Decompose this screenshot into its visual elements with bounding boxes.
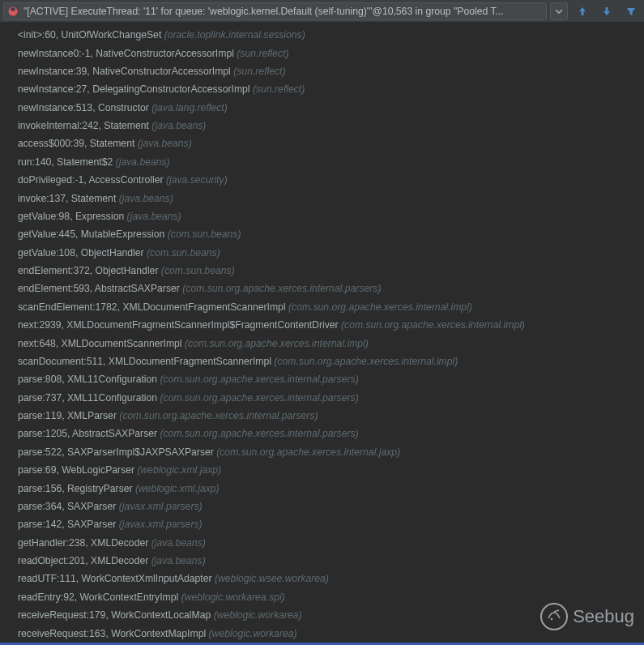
stack-frame[interactable]: <init>:60, UnitOfWorkChangeSet (oracle.t… [0,26,644,44]
stack-frame[interactable]: parse:142, SAXParser (javax.xml.parsers) [0,515,644,533]
frame-package: (weblogic.workarea.spi) [181,592,285,603]
arrow-down-icon[interactable] [597,2,616,20]
stack-frame[interactable]: parse:1205, AbstractSAXParser (com.sun.o… [0,425,644,442]
stack-frame[interactable]: readUTF:111, WorkContextXmlInputAdapter … [0,570,644,587]
frame-package: (weblogic.workarea) [209,628,297,639]
stack-frame[interactable]: parse:156, RegistryParser (weblogic.xml.… [0,479,644,497]
frame-package: (sun.reflect) [237,48,288,59]
filter-icon[interactable] [621,2,641,20]
stack-frame[interactable]: access$000:39, Statement (java.beans) [0,135,644,152]
frame-method: invoke:137, Statement [18,193,116,204]
stack-frame[interactable]: readEntry:92, WorkContextEntryImpl (webl… [0,588,644,606]
frame-package: (weblogic.wsee.workarea) [215,573,329,584]
frame-package: (javax.xml.parsers) [119,501,203,512]
stack-frame[interactable]: newInstance:513, Constructor (java.lang.… [0,99,644,117]
frame-package: (javax.xml.parsers) [119,519,203,530]
frame-method: next:648, XMLDocumentScannerImpl [18,338,182,349]
frame-package: (com.sun.org.apache.xerces.internal.impl… [274,356,458,367]
frame-method: endElement:593, AbstractSAXParser [18,283,180,294]
stack-frames-list[interactable]: <init>:60, UnitOfWorkChangeSet (oracle.t… [0,23,644,645]
stack-frame[interactable]: run:140, Statement$2 (java.beans) [0,153,644,171]
frame-method: parse:1205, AbstractSAXParser [18,428,157,439]
frame-package: (java.security) [166,174,228,186]
frame-method: parse:156, RegistryParser [18,483,133,494]
stack-frame[interactable]: next:2939, XMLDocumentFragmentScannerImp… [0,316,644,334]
frame-method: getValue:108, ObjectHandler [18,247,144,258]
stack-frame[interactable]: endElement:372, ObjectHandler (com.sun.b… [0,262,644,280]
stack-frame[interactable]: endElement:593, AbstractSAXParser (com.s… [0,280,644,297]
stack-frame[interactable]: getHandler:238, XMLDecoder (java.beans) [0,534,644,552]
frame-package: (com.sun.org.apache.xerces.internal.impl… [341,319,525,331]
frame-package: (com.sun.org.apache.xerces.internal.pars… [160,392,358,404]
frame-package: (sun.reflect) [253,83,305,95]
frame-package: (java.beans) [151,537,206,549]
stack-frame[interactable]: parse:808, XML11Configuration (com.sun.o… [0,370,644,388]
frame-method: parse:808, XML11Configuration [18,374,157,385]
stack-frame[interactable]: parse:119, XMLParser (com.sun.org.apache… [0,407,644,425]
frame-package: (com.sun.org.apache.xerces.internal.jaxp… [216,446,400,458]
frame-method: receiveRequest:163, WorkContextMapImpl [18,628,206,639]
stack-frame[interactable]: next:648, XMLDocumentScannerImpl (com.su… [0,334,644,352]
frame-package: (java.beans) [116,156,170,168]
frame-package: (com.sun.beans) [161,265,235,276]
frame-package: (java.beans) [151,555,206,566]
frame-package: (com.sun.org.apache.xerces.internal.pars… [160,428,358,439]
frame-method: getValue:445, MutableExpression [18,229,164,240]
toolbar: "[ACTIVE] ExecuteThread: '11' for queue:… [0,0,644,23]
stack-frame[interactable]: newInstance:39, NativeConstructorAccesso… [0,62,644,80]
svg-rect-1 [11,7,15,11]
frame-method: getHandler:238, XMLDecoder [18,537,148,549]
frame-package: (java.beans) [119,193,173,204]
frame-package: (sun.reflect) [233,66,285,77]
frame-method: access$000:39, Statement [18,138,134,149]
stack-frame[interactable]: getValue:445, MutableExpression (com.sun… [0,225,644,243]
stack-frame[interactable]: readObject:201, XMLDecoder (java.beans) [0,552,644,570]
stack-frame[interactable]: getValue:108, ObjectHandler (com.sun.bea… [0,244,644,262]
frame-package: (weblogic.xml.jaxp) [137,464,221,476]
stack-frame[interactable]: getValue:98, Expression (java.beans) [0,207,644,225]
stack-frame[interactable]: scanDocument:511, XMLDocumentFragmentSca… [0,352,644,370]
frame-method: run:140, Statement$2 [18,156,113,168]
frame-package: (com.sun.beans) [168,229,241,240]
frame-method: newInstance:27, DelegatingConstructorAcc… [18,83,250,95]
frame-method: getValue:98, Expression [18,211,124,222]
frame-package: (java.beans) [138,138,192,149]
frame-method: newInstance:39, NativeConstructorAccesso… [18,66,231,77]
frame-method: readUTF:111, WorkContextXmlInputAdapter [18,573,212,584]
stack-frame[interactable]: newInstance:27, DelegatingConstructorAcc… [0,80,644,98]
arrow-up-icon[interactable] [573,2,592,20]
thread-dropdown-button[interactable] [550,2,568,20]
stack-frame[interactable]: parse:522, SAXParserImpl$JAXPSAXParser (… [0,443,644,461]
frame-method: parse:69, WebLogicParser [18,464,134,476]
stack-frame[interactable]: receiveRequest:179, WorkContextLocalMap … [0,606,644,624]
frame-method: scanEndElement:1782, XMLDocumentFragment… [18,301,286,313]
frame-method: readEntry:92, WorkContextEntryImpl [18,592,178,603]
frame-package: (com.sun.beans) [147,247,220,258]
frame-method: parse:142, SAXParser [18,519,116,530]
frame-method: doPrivileged:-1, AccessController [18,174,164,186]
frame-method: endElement:372, ObjectHandler [18,265,158,276]
frame-method: readObject:201, XMLDecoder [18,555,148,566]
breakpoint-icon [7,6,19,17]
stack-frame[interactable]: doPrivileged:-1, AccessController (java.… [0,171,644,189]
frame-package: (com.sun.org.apache.xerces.internal.impl… [185,338,369,349]
frame-method: parse:737, XML11Configuration [18,392,157,404]
frame-package: (java.beans) [151,120,206,131]
frame-method: parse:119, XMLParser [18,410,117,421]
stack-frame[interactable]: invoke:137, Statement (java.beans) [0,189,644,207]
stack-frame[interactable]: parse:737, XML11Configuration (com.sun.o… [0,389,644,407]
stack-frame[interactable]: parse:364, SAXParser (javax.xml.parsers) [0,498,644,515]
frame-method: <init>:60, UnitOfWorkChangeSet [18,29,161,41]
frame-package: (com.sun.org.apache.xerces.internal.pars… [182,283,381,294]
stack-frame[interactable]: parse:69, WebLogicParser (weblogic.xml.j… [0,461,644,479]
frame-package: (oracle.toplink.internal.sessions) [164,29,305,41]
thread-selector[interactable]: "[ACTIVE] ExecuteThread: '11' for queue:… [3,2,547,20]
stack-frame[interactable]: scanEndElement:1782, XMLDocumentFragment… [0,298,644,316]
stack-frame[interactable]: invokeInternal:242, Statement (java.bean… [0,117,644,135]
frame-package: (com.sun.org.apache.xerces.internal.impl… [288,301,472,313]
thread-title: "[ACTIVE] ExecuteThread: '11' for queue:… [23,6,543,17]
stack-frame[interactable]: newInstance0:-1, NativeConstructorAccess… [0,44,644,62]
frame-method: parse:522, SAXParserImpl$JAXPSAXParser [18,446,214,458]
frame-package: (weblogic.workarea) [214,609,302,621]
stack-frame[interactable]: receiveRequest:163, WorkContextMapImpl (… [0,624,644,642]
